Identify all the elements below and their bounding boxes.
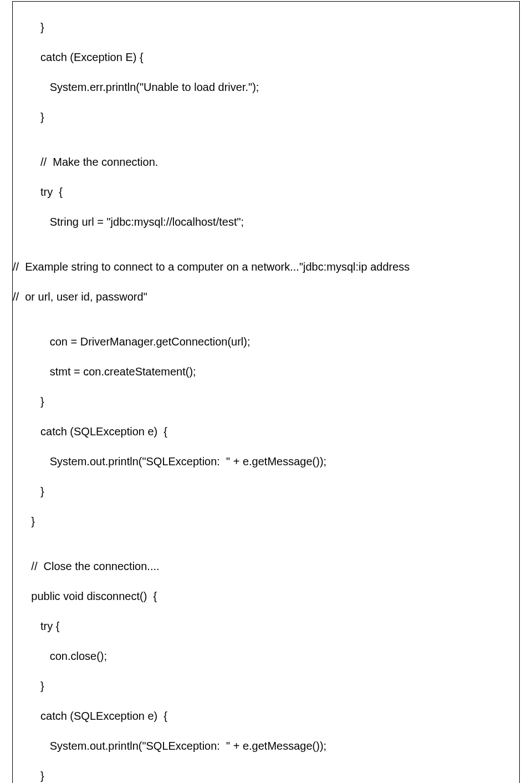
code-line: } — [13, 769, 519, 783]
code-line: System.out.println("SQLException: " + e.… — [13, 454, 519, 469]
code-line: try { — [13, 185, 519, 200]
code-line: public void disconnect() { — [13, 589, 519, 604]
code-line: stmt = con.createStatement(); — [13, 364, 519, 379]
code-line: } — [13, 484, 519, 499]
code-line: // or url, user id, password" — [13, 289, 519, 304]
code-line: // Close the connection.... — [13, 559, 519, 574]
code-line: con.close(); — [13, 649, 519, 664]
code-line: } — [13, 514, 519, 529]
code-listing: } catch (Exception E) { System.err.print… — [12, 1, 520, 783]
code-line: } — [13, 110, 519, 125]
code-line: try { — [13, 619, 519, 634]
code-line: catch (SQLException e) { — [13, 709, 519, 724]
code-line: con = DriverManager.getConnection(url); — [13, 334, 519, 349]
code-line: } — [13, 394, 519, 409]
code-line: catch (Exception E) { — [13, 50, 519, 65]
code-line: // Make the connection. — [13, 155, 519, 170]
code-line: catch (SQLException e) { — [13, 424, 519, 439]
code-line: } — [13, 20, 519, 35]
code-line: // Example string to connect to a comput… — [13, 260, 519, 274]
code-line: String url = "jdbc:mysql://localhost/tes… — [13, 215, 519, 230]
code-line: } — [13, 679, 519, 694]
code-line: System.err.println("Unable to load drive… — [13, 80, 519, 95]
code-line: System.out.println("SQLException: " + e.… — [13, 739, 519, 754]
